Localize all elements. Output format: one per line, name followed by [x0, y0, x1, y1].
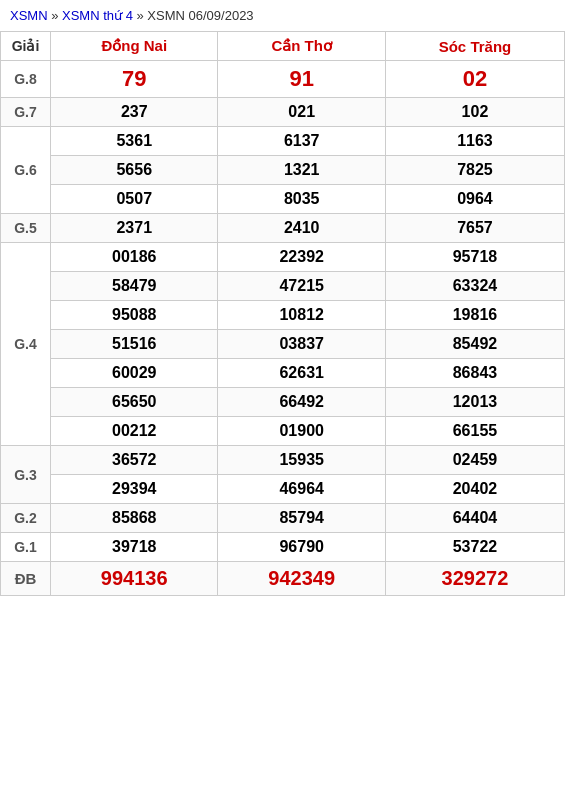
dongnai-value: 00212: [51, 417, 218, 446]
cantho-value: 1321: [218, 156, 385, 185]
cantho-value: 62631: [218, 359, 385, 388]
socrang-value: 02: [385, 61, 564, 98]
table-row: 51516 03837 85492: [1, 330, 565, 359]
dongnai-value: 39718: [51, 533, 218, 562]
prize-label: ĐB: [1, 562, 51, 596]
socrang-value: 7825: [385, 156, 564, 185]
dongnai-value: 29394: [51, 475, 218, 504]
table-row: 29394 46964 20402: [1, 475, 565, 504]
table-row: G.1 39718 96790 53722: [1, 533, 565, 562]
table-row: G.7 237 021 102: [1, 98, 565, 127]
table-row: 00212 01900 66155: [1, 417, 565, 446]
socrang-value: 329272: [385, 562, 564, 596]
cantho-value: 6137: [218, 127, 385, 156]
breadcrumb-xsmn-thu4[interactable]: XSMN thứ 4: [62, 8, 133, 23]
header-cantho: Cần Thơ: [218, 32, 385, 61]
breadcrumb: XSMN » XSMN thứ 4 » XSMN 06/09/2023: [0, 0, 565, 31]
table-row: G.4 00186 22392 95718: [1, 243, 565, 272]
dongnai-value: 65650: [51, 388, 218, 417]
socrang-value: 85492: [385, 330, 564, 359]
breadcrumb-date: XSMN 06/09/2023: [147, 8, 253, 23]
socrang-value: 20402: [385, 475, 564, 504]
table-row: G.2 85868 85794 64404: [1, 504, 565, 533]
dongnai-value: 58479: [51, 272, 218, 301]
breadcrumb-xsmn[interactable]: XSMN: [10, 8, 48, 23]
cantho-value: 03837: [218, 330, 385, 359]
table-row: G.8 79 91 02: [1, 61, 565, 98]
table-row: 60029 62631 86843: [1, 359, 565, 388]
dongnai-value: 79: [51, 61, 218, 98]
table-row: 65650 66492 12013: [1, 388, 565, 417]
cantho-value: 01900: [218, 417, 385, 446]
cantho-value: 85794: [218, 504, 385, 533]
socrang-value: 64404: [385, 504, 564, 533]
socrang-value: 02459: [385, 446, 564, 475]
prize-label: G.1: [1, 533, 51, 562]
prize-label: G.8: [1, 61, 51, 98]
cantho-value: 15935: [218, 446, 385, 475]
socrang-value: 19816: [385, 301, 564, 330]
cantho-value: 46964: [218, 475, 385, 504]
header-socrang: Sóc Trăng: [385, 32, 564, 61]
table-row: 95088 10812 19816: [1, 301, 565, 330]
prize-label: G.2: [1, 504, 51, 533]
cantho-value: 96790: [218, 533, 385, 562]
table-row: G.5 2371 2410 7657: [1, 214, 565, 243]
dongnai-value: 0507: [51, 185, 218, 214]
dongnai-value: 2371: [51, 214, 218, 243]
socrang-value: 1163: [385, 127, 564, 156]
socrang-value: 7657: [385, 214, 564, 243]
header-giai: Giải: [1, 32, 51, 61]
prize-label: G.6: [1, 127, 51, 214]
table-row: 58479 47215 63324: [1, 272, 565, 301]
socrang-value: 102: [385, 98, 564, 127]
prize-label: G.3: [1, 446, 51, 504]
table-row: 5656 1321 7825: [1, 156, 565, 185]
table-row: G.6 5361 6137 1163: [1, 127, 565, 156]
socrang-value: 95718: [385, 243, 564, 272]
dongnai-value: 237: [51, 98, 218, 127]
table-row: G.3 36572 15935 02459: [1, 446, 565, 475]
cantho-value: 8035: [218, 185, 385, 214]
dongnai-value: 85868: [51, 504, 218, 533]
breadcrumb-sep2: »: [137, 8, 148, 23]
prize-label: G.7: [1, 98, 51, 127]
lottery-table: Giải Đồng Nai Cần Thơ Sóc Trăng G.8 79 9…: [0, 31, 565, 596]
socrang-value: 63324: [385, 272, 564, 301]
dongnai-value: 36572: [51, 446, 218, 475]
cantho-value: 22392: [218, 243, 385, 272]
dongnai-value: 60029: [51, 359, 218, 388]
cantho-value: 10812: [218, 301, 385, 330]
cantho-value: 47215: [218, 272, 385, 301]
socrang-value: 12013: [385, 388, 564, 417]
dongnai-value: 5361: [51, 127, 218, 156]
prize-label: G.4: [1, 243, 51, 446]
cantho-value: 91: [218, 61, 385, 98]
prize-label: G.5: [1, 214, 51, 243]
table-row-db: ĐB 994136 942349 329272: [1, 562, 565, 596]
socrang-value: 66155: [385, 417, 564, 446]
dongnai-value: 5656: [51, 156, 218, 185]
socrang-value: 86843: [385, 359, 564, 388]
dongnai-value: 51516: [51, 330, 218, 359]
table-row: 0507 8035 0964: [1, 185, 565, 214]
cantho-value: 66492: [218, 388, 385, 417]
cantho-value: 942349: [218, 562, 385, 596]
socrang-value: 0964: [385, 185, 564, 214]
dongnai-value: 994136: [51, 562, 218, 596]
socrang-value: 53722: [385, 533, 564, 562]
header-dongnai: Đồng Nai: [51, 32, 218, 61]
dongnai-value: 95088: [51, 301, 218, 330]
dongnai-value: 00186: [51, 243, 218, 272]
cantho-value: 2410: [218, 214, 385, 243]
breadcrumb-sep1: »: [51, 8, 62, 23]
cantho-value: 021: [218, 98, 385, 127]
